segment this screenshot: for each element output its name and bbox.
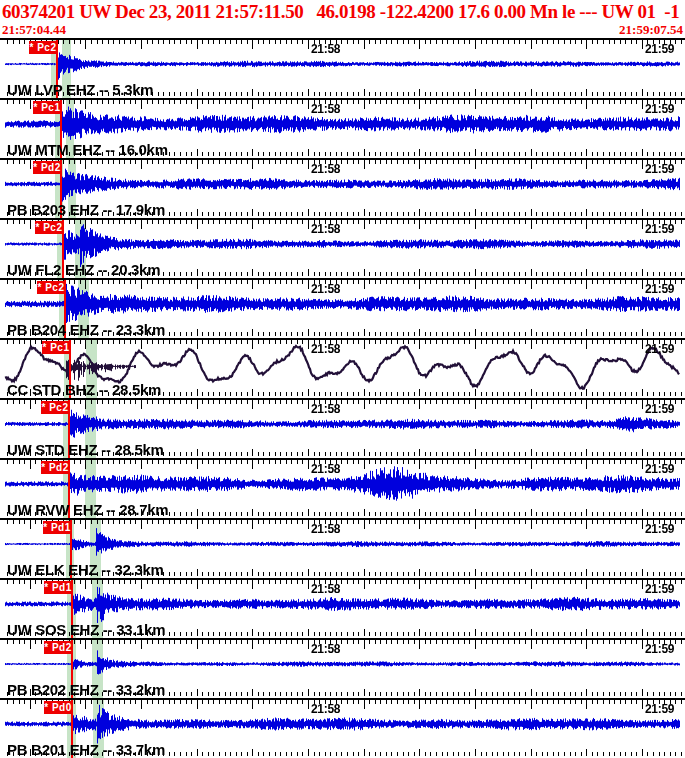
window-start-time: 21:57:04.44 — [2, 23, 66, 37]
pick-flag[interactable]: * Pd1 — [44, 581, 72, 594]
pick-flag[interactable]: * Pc2 — [41, 401, 69, 414]
time-tick-label: 21:58 — [311, 342, 340, 356]
time-tick-label: 21:58 — [311, 222, 340, 236]
time-tick-label: 21:59 — [645, 282, 674, 296]
trace-row: * Pc1 21:58 21:59 CC STD BHZ -- 28.5km — [0, 338, 685, 398]
pick-flag[interactable]: * Pd1 — [43, 521, 71, 534]
time-tick-label: 21:59 — [645, 522, 674, 536]
time-tick-label: 21:59 — [645, 702, 674, 716]
trace-list: * Pc2 21:58 21:59 UW LVP EHZ -- 5.3km * … — [0, 38, 685, 758]
trace-row: * Pc1 21:58 21:59 UW MTM EHZ -- 16.0km — [0, 98, 685, 158]
time-tick-label: 21:59 — [645, 642, 674, 656]
station-label: PB B203 EHZ -- 17.9km — [7, 201, 165, 218]
pick-flag-label: * Pc1 — [43, 341, 70, 354]
trace-row: * Pc2 21:58 21:59 UW FL2 EHZ -- 20.3km — [0, 218, 685, 278]
station-label: UW FL2 EHZ -- 20.3km — [7, 261, 160, 278]
trace-row: * Pd2 21:58 21:59 UW RVW EHZ -- 28.7km — [0, 458, 685, 518]
pick-flag[interactable]: * Pc2 — [37, 281, 65, 294]
time-tick-label: 21:59 — [645, 162, 674, 176]
trace-row: * Pd0 21:58 21:59 PB B201 EHZ -- 33.7km — [0, 698, 685, 758]
pick-flag-label: * Pd2 — [33, 161, 61, 174]
station-label: PB B201 EHZ -- 33.7km — [7, 741, 165, 758]
station-label: UW MTM EHZ -- 16.0km — [7, 141, 168, 158]
pick-flag-label: * Pd1 — [43, 521, 71, 534]
time-tick-label: 21:58 — [311, 462, 340, 476]
time-tick-label: 21:58 — [311, 702, 340, 716]
pick-flag[interactable]: * Pc1 — [33, 101, 61, 114]
trace-row: * Pc2 21:58 21:59 UW STD EHZ -- 28.5km — [0, 398, 685, 458]
time-tick-label: 21:59 — [645, 342, 674, 356]
pick-flag-label: * Pc2 — [38, 281, 65, 294]
trace-row: * Pd2 21:58 21:59 PB B202 EHZ -- 33.2km — [0, 638, 685, 698]
trace-row: * Pc2 21:58 21:59 PB B204 EHZ -- 23.3km — [0, 278, 685, 338]
station-label: UW SOS EHZ -- 33.1km — [7, 621, 165, 638]
pick-flag[interactable]: * Pd2 — [33, 161, 61, 174]
time-tick-label: 21:58 — [311, 402, 340, 416]
pick-flag[interactable]: * Pc2 — [29, 41, 57, 54]
station-label: PB B202 EHZ -- 33.2km — [7, 681, 165, 698]
pick-flag-label: * Pc2 — [42, 401, 69, 414]
pick-flag[interactable]: * Pc1 — [42, 341, 70, 354]
station-label: PB B204 EHZ -- 23.3km — [7, 321, 165, 338]
time-tick-label: 21:58 — [311, 282, 340, 296]
time-window-row: 21:57:04.44 21:59:07.54 — [0, 23, 685, 37]
time-tick-label: 21:58 — [311, 642, 340, 656]
event-summary-title: 60374201 UW Dec 23, 2011 21:57:11.50 46.… — [0, 0, 685, 23]
station-label: UW ELK EHZ -- 32.3km — [7, 561, 164, 578]
seismic-picker-window: 60374201 UW Dec 23, 2011 21:57:11.50 46.… — [0, 0, 685, 758]
time-tick-label: 21:58 — [311, 162, 340, 176]
trace-row: * Pd1 21:58 21:59 UW ELK EHZ -- 32.3km — [0, 518, 685, 578]
station-label: UW RVW EHZ -- 28.7km — [7, 501, 168, 518]
pick-flag-label: * Pd0 — [44, 701, 72, 714]
time-tick-label: 21:59 — [645, 102, 674, 116]
time-tick-label: 21:58 — [311, 42, 340, 56]
trace-row: * Pd1 21:58 21:59 UW SOS EHZ -- 33.1km — [0, 578, 685, 638]
pick-flag-label: * Pc2 — [36, 221, 63, 234]
time-tick-label: 21:59 — [645, 42, 674, 56]
pick-flag-label: * Pd1 — [44, 581, 72, 594]
time-tick-label: 21:58 — [311, 582, 340, 596]
pick-flag[interactable]: * Pd0 — [44, 701, 72, 714]
pick-flag[interactable]: * Pd2 — [44, 641, 72, 654]
pick-flag[interactable]: * Pc2 — [35, 221, 63, 234]
time-tick-label: 21:58 — [311, 102, 340, 116]
pick-flag-label: * Pd2 — [44, 641, 72, 654]
time-tick-label: 21:59 — [645, 582, 674, 596]
trace-row: * Pc2 21:58 21:59 UW LVP EHZ -- 5.3km — [0, 38, 685, 98]
time-tick-label: 21:59 — [645, 222, 674, 236]
time-tick-label: 21:59 — [645, 462, 674, 476]
window-end-time: 21:59:07.54 — [619, 23, 683, 37]
station-label: UW LVP EHZ -- 5.3km — [7, 81, 153, 98]
time-tick-label: 21:59 — [645, 402, 674, 416]
time-tick-label: 21:58 — [311, 522, 340, 536]
header: 60374201 UW Dec 23, 2011 21:57:11.50 46.… — [0, 0, 685, 38]
station-label: UW STD EHZ -- 28.5km — [7, 441, 164, 458]
pick-flag[interactable]: * Pd2 — [41, 461, 69, 474]
pick-flag-label: * Pc2 — [30, 41, 57, 54]
trace-row: * Pd2 21:58 21:59 PB B203 EHZ -- 17.9km — [0, 158, 685, 218]
pick-flag-label: * Pd2 — [41, 461, 69, 474]
station-label: CC STD BHZ -- 28.5km — [7, 381, 161, 398]
pick-flag-label: * Pc1 — [34, 101, 61, 114]
